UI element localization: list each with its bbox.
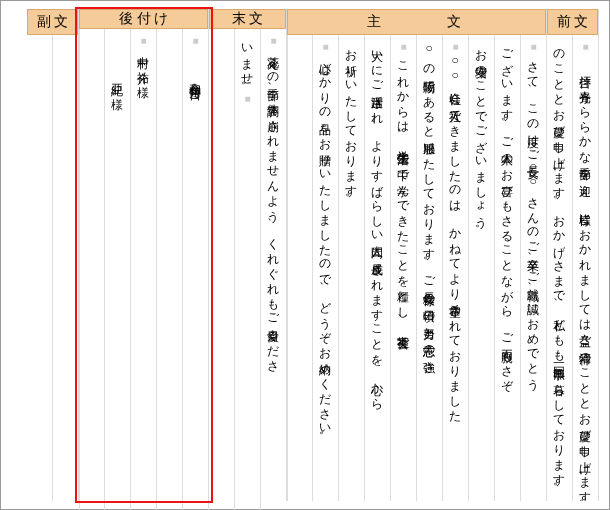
section-preamble: 前 文 ■ 拝啓 春光うららかな季節を迎え、皆様におかれましては益々ご清祥のこと… <box>547 9 599 501</box>
text-column: ■○○会社に入社できましたのは、かねてより希望されておりました <box>442 35 468 501</box>
section-sub: 副 文 <box>27 9 79 501</box>
text-column: いませ。■ <box>234 29 260 510</box>
recipient-line-1: ■中村 祐介 様 <box>131 29 156 510</box>
section-header-postscript: 後 付 け <box>79 9 208 29</box>
text-column: ■ 拝啓 春光うららかな季節を迎え、皆様におかれましては益々ご清祥のこととお慶び… <box>572 35 598 501</box>
line: ございます。ご本人のお喜びもさることながら、ご両親もさぞ <box>495 35 520 501</box>
line-cont: のこととお慶び申し上げます。おかげさまで、私どもも一同無事に暮らしております。 <box>547 35 572 501</box>
text-column <box>27 35 52 501</box>
line: ■さて、この度はご長女○○さんのご卒業、ご就職、誠におめでとう <box>521 35 546 501</box>
line: ■これからは、学生生活の中で学んできたことを糧とし、実社会で <box>391 35 416 501</box>
text-column: 亜紀 様 <box>104 29 130 510</box>
line: いませ。■ <box>235 29 260 510</box>
text-column: ■これからは、学生生活の中で学んできたことを糧とし、実社会で <box>390 35 416 501</box>
text-column: お祈りいたしております。 <box>338 35 364 501</box>
section-postscript: 後 付 け ■ 令和〇年〇月〇日 斉藤 由希子■ ■中村 祐介 様 亜紀 様 <box>79 9 209 501</box>
text-column: のこととお慶び申し上げます。おかげさまで、私どもも一同無事に暮らしております。 <box>546 35 572 501</box>
line: ■ 拝啓 春光うららかな季節を迎え、皆様におかれましては益々ご清祥のこととお慶び… <box>573 35 598 501</box>
line: ■○○会社に入社できましたのは、かねてより希望されておりました <box>443 35 468 501</box>
line <box>53 35 78 501</box>
date-text: 令和〇年〇月〇日 <box>188 47 202 81</box>
line: お安堵のことでございましょう。 <box>469 35 494 501</box>
text-column <box>287 35 312 501</box>
section-header-sub: 副 文 <box>27 9 78 35</box>
text-column <box>52 35 78 501</box>
line: ○の賜物であると感服いたしております。ご長女様の日頃の努力と意志の強さ <box>417 35 442 501</box>
letter-page: 前 文 ■ 拝啓 春光うららかな季節を迎え、皆様におかれましては益々ご清祥のこと… <box>0 0 610 510</box>
recipient-line-2: 亜紀 様 <box>105 29 130 510</box>
line: ■花冷えの季節、体調を崩されませんよう、くれぐれもご自愛くださ <box>261 29 286 510</box>
section-closing: 末 文 ■花冷えの季節、体調を崩されませんよう、くれぐれもご自愛くださ いませ。… <box>209 9 287 501</box>
text-column: ございます。ご本人のお喜びもさることながら、ご両親もさぞ <box>494 35 520 501</box>
text-column: ■花冷えの季節、体調を崩されませんよう、くれぐれもご自愛くださ <box>260 29 286 510</box>
text-column: お安堵のことでございましょう。 <box>468 35 494 501</box>
section-main: 主 文 ■さて、この度はご長女○○さんのご卒業、ご就職、誠におめでとう ございま… <box>287 9 547 501</box>
date-line: ■ 令和〇年〇月〇日 <box>183 29 208 510</box>
section-header-preamble: 前 文 <box>547 9 598 35</box>
line: お祈りいたしております。 <box>339 35 364 501</box>
text-column: ■中村 祐介 様 <box>130 29 156 510</box>
text-column: ○の賜物であると感服いたしております。ご長女様の日頃の努力と意志の強さ <box>416 35 442 501</box>
recipient1: 中村 祐介 様 <box>136 47 150 78</box>
text-column: ■さて、この度はご長女○○さんのご卒業、ご就職、誠におめでとう <box>520 35 546 501</box>
text-column <box>79 29 104 510</box>
text-column: ■心ばかりの品をお贈りいたしましたので、どうぞお納めください。 <box>312 35 338 501</box>
line <box>288 35 312 501</box>
line <box>27 35 52 501</box>
preamble-text-0: 拝啓 春光うららかな季節を迎え、皆様におかれましては益々ご清祥のこととお慶び申し… <box>578 53 592 501</box>
text-column: 敬具 <box>208 29 234 510</box>
section-header-main: 主 文 <box>287 9 546 35</box>
text-column: 大いにご活躍され、よりすばらしい人間に成長されますことを、心から <box>364 35 390 501</box>
text-column: 斉藤 由希子■ <box>156 29 182 510</box>
line: ■心ばかりの品をお贈りいたしましたので、どうぞお納めください。 <box>313 35 338 501</box>
line: 大いにご活躍され、よりすばらしい人間に成長されますことを、心から <box>365 35 390 501</box>
text-column: ■ 令和〇年〇月〇日 <box>182 29 208 510</box>
line <box>80 29 104 510</box>
section-header-closing: 末 文 <box>209 9 286 29</box>
